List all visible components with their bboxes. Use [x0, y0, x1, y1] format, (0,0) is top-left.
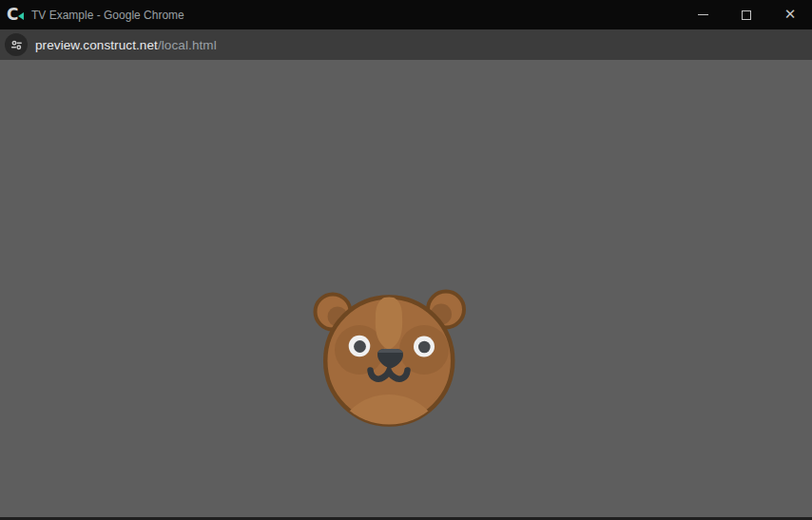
site-settings-button[interactable] [5, 33, 28, 56]
url-text: preview.construct.net/local.html [35, 38, 217, 52]
maximize-icon [742, 10, 751, 20]
bear-face-sprite [311, 282, 469, 431]
titlebar: C TV Example - Google Chrome ✕ [0, 0, 812, 29]
url-path: /local.html [158, 38, 217, 52]
browser-window: C TV Example - Google Chrome ✕ [0, 0, 812, 520]
url-domain: preview.construct.net [35, 38, 158, 52]
window-title: TV Example - Google Chrome [31, 9, 184, 22]
url-toolbar: preview.construct.net/local.html [0, 29, 812, 60]
minimize-button[interactable] [681, 0, 725, 29]
close-button[interactable]: ✕ [768, 0, 812, 29]
window-controls: ✕ [681, 0, 812, 29]
maximize-button[interactable] [725, 0, 768, 29]
close-icon: ✕ [784, 8, 797, 22]
minimize-icon [698, 14, 708, 15]
tune-icon [10, 39, 23, 51]
game-canvas[interactable] [0, 60, 812, 517]
construct-logo-icon: C [7, 7, 24, 24]
